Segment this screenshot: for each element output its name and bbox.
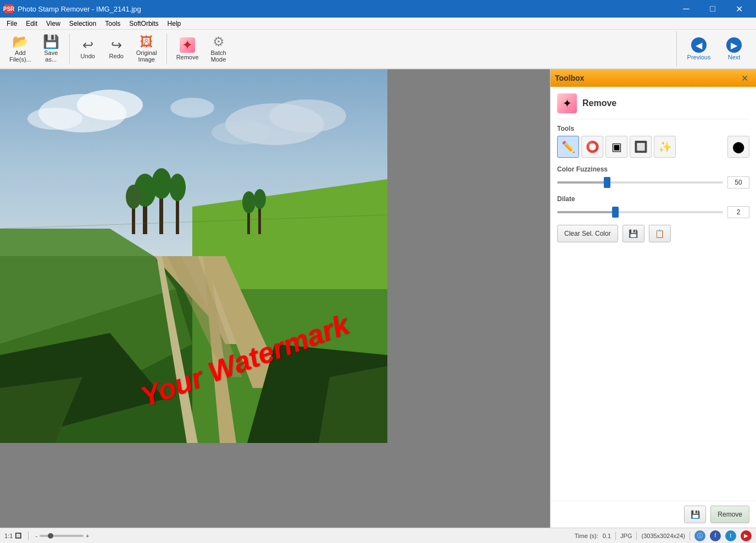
undo-button[interactable]: ↩ Undo [74,31,102,67]
social-facebook-button[interactable]: f [710,530,721,541]
undo-icon: ↩ [82,38,93,52]
menu-selection[interactable]: Selection [65,19,101,29]
previous-icon: ◀ [691,37,707,53]
menu-tools[interactable]: Tools [101,19,125,29]
pencil-tool-button[interactable]: ✏️ [557,136,579,158]
menu-file[interactable]: File [2,19,21,29]
menu-edit[interactable]: Edit [21,19,42,29]
info-button[interactable]: ⓘ [694,530,705,541]
zoom-plus: + [86,533,89,539]
time-value: 0.1 [603,533,611,539]
toolbox-header: Toolbox ✕ [551,69,756,87]
lasso-tool-button[interactable]: ⭕ [581,136,603,158]
next-label: Next [728,54,741,60]
add-files-icon: 📂 [12,35,29,48]
color-fuzziness-label: Color Fuzziness [557,165,749,173]
batch-mode-icon: ⚙ [213,35,225,48]
wand-tool-button[interactable]: ✨ [654,136,676,158]
status-bar: 1:1 🔲 - + Time (s): 0.1 JPG (3035x3024x2… [0,528,756,543]
svg-point-23 [152,168,171,199]
save-as-button[interactable]: 💾 Save as... [37,31,65,67]
color-fuzziness-row: 50 [557,176,749,189]
add-files-button[interactable]: 📂 Add File(s)... [4,31,36,67]
remove-button[interactable]: ✦ Remove [171,31,204,67]
toolbar-action-group: ✦ Remove ⚙ Batch Mode [171,31,232,67]
svg-point-29 [242,191,255,213]
toolbar-file-group: 📂 Add File(s)... 💾 Save as... [4,31,65,67]
color-fuzziness-thumb[interactable] [604,177,610,188]
status-sep-4 [690,531,690,540]
svg-point-31 [254,189,266,209]
status-sep-3 [636,531,637,540]
nav-area: ◀ Previous ▶ Next [676,31,752,67]
color-fuzziness-track[interactable] [557,181,723,184]
svg-point-5 [269,99,346,132]
zoom-slider-thumb [48,533,53,539]
tools-section-label: Tools [557,125,749,132]
remove-final-button[interactable]: Remove [710,506,749,523]
zoom-icon: 🔲 [15,533,21,539]
dimensions-label: (3035x3024x24) [641,533,685,539]
menu-softorbits[interactable]: SoftOrbits [125,19,163,29]
save-selection-button[interactable]: 💾 [622,225,644,242]
svg-point-7 [170,98,214,118]
svg-point-25 [169,174,186,201]
time-label: Time (s): [575,533,598,539]
remove-title: Remove [582,98,616,108]
remove-label: Remove [176,54,199,60]
maximize-button[interactable]: □ [700,0,725,18]
save-bottom-button[interactable]: 💾 [684,506,706,523]
photo-background: Your Watermark [0,69,387,443]
add-files-label: Add File(s)... [9,49,31,63]
svg-point-2 [77,90,143,120]
stamp-tool-button[interactable]: ⬤ [727,136,749,158]
minimize-button[interactable]: ─ [674,0,699,18]
status-right: Time (s): 0.1 JPG (3035x3024x24) ⓘ f t ▶ [575,530,752,541]
toolbox-content: ✦ Remove Tools ✏️ ⭕ ▣ 🔲 ✨ ⬤ Color Fuzzin… [551,87,756,256]
close-button[interactable]: ✕ [726,0,752,18]
save-as-label: Save as... [44,49,58,63]
zoom-value: 1:1 [4,533,13,539]
redo-button[interactable]: ↪ Redo [103,31,130,67]
next-button[interactable]: ▶ Next [716,31,752,67]
previous-button[interactable]: ◀ Previous [681,31,716,67]
rect-select-tool-button[interactable]: ▣ [605,136,627,158]
magic-select-tool-button[interactable]: 🔲 [630,136,652,158]
landscape-image [0,69,387,443]
zoom-slider[interactable] [40,535,84,537]
remove-actions-row: 💾 Remove [551,501,756,528]
social-youtube-button[interactable]: ▶ [741,530,752,541]
svg-point-27 [126,185,141,209]
copy-selection-button[interactable]: 📋 [649,225,671,242]
toolbar: 📂 Add File(s)... 💾 Save as... ↩ Undo ↪ R… [0,30,756,69]
main-area: Your Watermark Toolbox ✕ ✦ Remove Tools … [0,69,756,528]
original-image-button[interactable]: 🖼 Original Image [131,31,162,67]
social-twitter-button[interactable]: t [725,530,736,541]
status-zoom-area: 1:1 🔲 [4,533,21,539]
toolbox-close-button[interactable]: ✕ [738,72,752,85]
dilate-value: 2 [727,206,749,218]
toolbar-separator-2 [166,34,167,64]
batch-mode-button[interactable]: ⚙ Batch Mode [205,31,232,67]
menu-help[interactable]: Help [163,19,186,29]
dilate-thumb[interactable] [612,207,619,218]
dilate-fill [557,211,615,213]
remove-header-icon: ✦ [557,93,577,113]
title-bar: PSR Photo Stamp Remover - IMG_2141.jpg ─… [0,0,756,18]
previous-label: Previous [687,54,711,60]
remove-icon: ✦ [180,37,195,53]
menu-view[interactable]: View [42,19,65,29]
canvas-area[interactable]: Your Watermark [0,69,550,528]
clear-sel-color-button[interactable]: Clear Sel. Color [557,225,618,242]
redo-icon: ↪ [111,38,122,52]
remove-header: ✦ Remove [557,93,749,119]
clear-buttons-row: Clear Sel. Color 💾 📋 [557,225,749,242]
color-fuzziness-value: 50 [727,176,749,189]
app-icon: PSR [4,4,13,13]
dilate-track[interactable] [557,211,723,213]
next-icon: ▶ [726,37,742,53]
save-as-icon: 💾 [43,35,59,48]
dilate-label: Dilate [557,195,749,203]
zoom-slider-area: - + [35,533,89,539]
svg-point-6 [212,120,272,145]
